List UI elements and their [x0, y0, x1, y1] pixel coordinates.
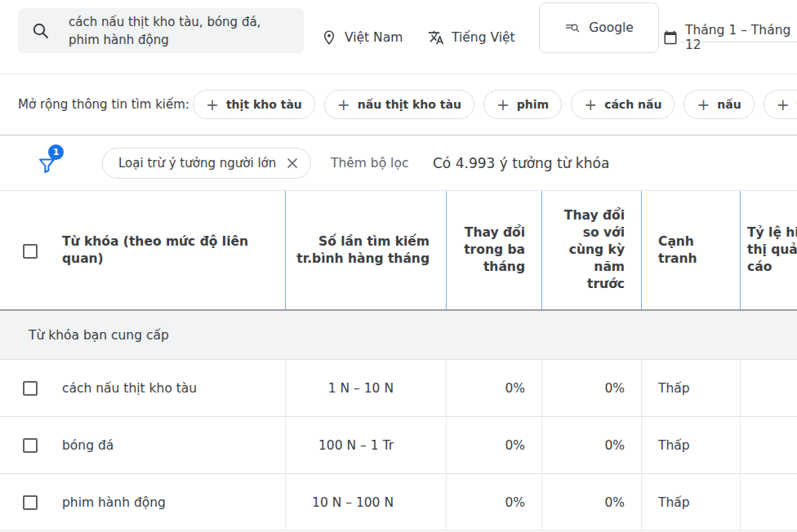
avg-searches-cell: 100 N – 1 Tr: [286, 417, 447, 473]
date-range-underline: [681, 42, 797, 42]
row-checkbox[interactable]: [23, 438, 38, 453]
column-header-avg-monthly-searches[interactable]: Số lần tìm kiếm tr.bình hàng tháng: [286, 191, 447, 309]
active-filter-label: Loại trừ ý tưởng người lớn: [118, 156, 276, 171]
search-input-value: cách nấu thịt kho tàu, bóng đá, phim hàn…: [69, 13, 287, 49]
add-keyword-chip[interactable]: +nấu: [683, 90, 754, 119]
add-keyword-chip[interactable]: +thịt kho tàu: [193, 90, 315, 119]
yoy-change-cell: 0%: [542, 360, 642, 416]
keyword-chip-list: +thịt kho tàu +nấu thịt kho tàu +phim +c…: [193, 74, 797, 135]
ad-impression-share-cell: [741, 474, 797, 530]
plus-icon: +: [337, 97, 350, 113]
add-keyword-chip[interactable]: +cách nấu: [571, 90, 675, 119]
search-icon: [31, 21, 51, 41]
three-month-change-cell: 0%: [447, 474, 542, 530]
remove-filter-icon[interactable]: [287, 157, 298, 169]
table-row[interactable]: phim hành động 10 N – 100 N 0% 0% Thấp: [0, 474, 797, 531]
translate-icon: [428, 29, 444, 46]
avg-searches-cell: 1 N – 10 N: [286, 360, 447, 416]
results-count: Có 4.993 ý tưởng từ khóa: [433, 135, 609, 190]
location-selector[interactable]: Việt Nam: [321, 0, 403, 74]
keyword-planner-page: cách nấu thịt kho tàu, bóng đá, phim hàn…: [0, 0, 797, 532]
column-header-competition[interactable]: Cạnh tranh: [642, 191, 741, 309]
filter-bar: 1 Loại trừ ý tưởng người lớn Thêm bộ lọc…: [0, 135, 797, 190]
section-row-provided-keywords: Từ khóa bạn cung cấp: [0, 311, 797, 360]
competition-cell: Thấp: [642, 417, 741, 473]
search-settings-bar: cách nấu thịt kho tàu, bóng đá, phim hàn…: [0, 0, 797, 74]
table-row[interactable]: cách nấu thịt kho tàu 1 N – 10 N 0% 0% T…: [0, 360, 797, 417]
expand-search-row: Mở rộng thông tin tìm kiếm: +thịt kho tà…: [0, 74, 797, 135]
row-checkbox[interactable]: [23, 495, 38, 510]
search-input[interactable]: cách nấu thịt kho tàu, bóng đá, phim hàn…: [18, 8, 304, 53]
date-range-label: Tháng 1 – Tháng 12: [685, 23, 797, 52]
language-selector[interactable]: Tiếng Việt: [428, 0, 515, 74]
ad-impression-share-cell: [741, 360, 797, 416]
add-keyword-chip[interactable]: +nấu thịt kho tàu: [324, 90, 474, 119]
competition-cell: Thấp: [642, 360, 741, 416]
plus-icon: +: [697, 97, 710, 113]
three-month-change-cell: 0%: [447, 417, 542, 473]
plus-icon: +: [496, 97, 510, 113]
plus-icon: +: [777, 97, 790, 113]
active-filter-chip[interactable]: Loại trừ ý tưởng người lớn: [102, 148, 311, 179]
location-pin-icon: [321, 29, 337, 46]
add-filter-button[interactable]: Thêm bộ lọc: [331, 135, 408, 190]
expand-label: Mở rộng thông tin tìm kiếm:: [18, 74, 189, 135]
add-keyword-chip[interactable]: +thịt: [764, 90, 797, 119]
keyword-cell: phim hành động: [62, 495, 166, 510]
section-label: Từ khóa bạn cung cấp: [29, 328, 169, 343]
yoy-change-cell: 0%: [542, 474, 642, 530]
column-header-yoy-change[interactable]: Thay đổi so với cùng kỳ năm trước: [542, 191, 642, 309]
filter-count-badge: 1: [48, 144, 64, 160]
avg-searches-cell: 10 N – 100 N: [286, 474, 447, 530]
location-label: Việt Nam: [345, 30, 403, 45]
column-header-ad-impression-share[interactable]: Tỷ lệ hiển thị quảng cáo: [741, 191, 797, 309]
table-header: Từ khóa (theo mức độ liên quan) Số lần t…: [0, 190, 797, 311]
calendar-icon: [663, 30, 678, 45]
date-range-selector[interactable]: Tháng 1 – Tháng 12: [663, 0, 797, 74]
column-header-three-month-change[interactable]: Thay đổi trong ba tháng: [447, 191, 542, 309]
keyword-cell: cách nấu thịt kho tàu: [62, 381, 197, 396]
three-month-change-cell: 0%: [447, 360, 542, 416]
search-network-icon: [564, 20, 581, 36]
yoy-change-cell: 0%: [542, 417, 642, 473]
plus-icon: +: [584, 97, 597, 113]
ad-impression-share-cell: [741, 417, 797, 473]
select-all-checkbox[interactable]: [23, 244, 38, 259]
row-checkbox[interactable]: [23, 381, 38, 396]
competition-cell: Thấp: [642, 474, 741, 530]
network-label: Google: [589, 20, 634, 35]
language-label: Tiếng Việt: [452, 30, 515, 45]
column-header-keyword[interactable]: Từ khóa (theo mức độ liên quan): [0, 191, 286, 309]
network-selector[interactable]: Google: [539, 2, 659, 53]
add-keyword-chip[interactable]: +phim: [483, 90, 562, 119]
table-row[interactable]: bóng đá 100 N – 1 Tr 0% 0% Thấp: [0, 417, 797, 474]
plus-icon: +: [206, 97, 219, 113]
keyword-cell: bóng đá: [62, 438, 114, 453]
